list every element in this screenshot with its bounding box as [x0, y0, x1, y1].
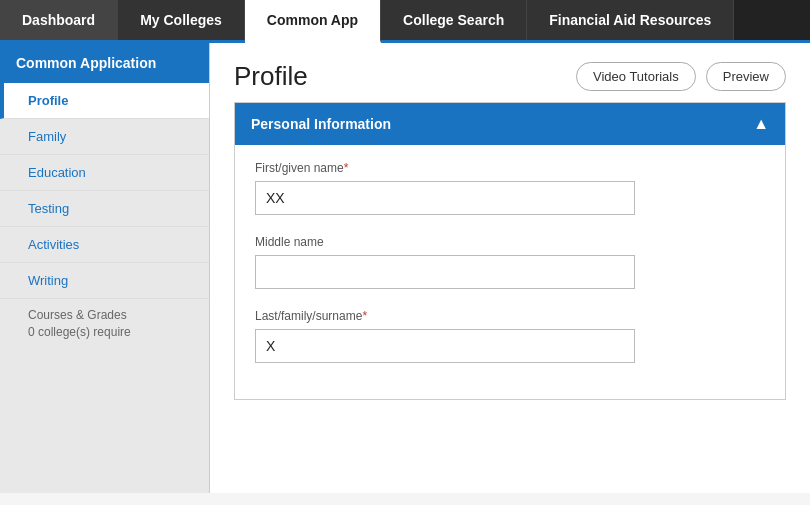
last-name-input[interactable]	[255, 329, 635, 363]
sidebar-item-education[interactable]: Education	[0, 155, 209, 191]
chevron-up-icon: ▲	[753, 115, 769, 133]
sidebar-item-testing[interactable]: Testing	[0, 191, 209, 227]
section-title: Personal Information	[251, 116, 391, 132]
preview-button[interactable]: Preview	[706, 62, 786, 91]
top-nav: Dashboard My Colleges Common App College…	[0, 0, 810, 43]
sidebar-item-activities[interactable]: Activities	[0, 227, 209, 263]
header-buttons: Video Tutorials Preview	[576, 62, 786, 91]
middle-name-input[interactable]	[255, 255, 635, 289]
middle-name-group: Middle name	[255, 235, 765, 289]
courses-label: Courses & Grades	[28, 307, 193, 324]
sidebar: Common Application Profile Family Educat…	[0, 43, 210, 493]
first-name-group: First/given name*	[255, 161, 765, 215]
section-body: First/given name* Middle name Last/famil…	[235, 145, 785, 399]
section-header[interactable]: Personal Information ▲	[235, 103, 785, 145]
courses-sublabel: 0 college(s) require	[28, 324, 193, 341]
content-header: Profile Video Tutorials Preview	[210, 43, 810, 102]
tab-my-colleges[interactable]: My Colleges	[118, 0, 245, 40]
personal-information-section: Personal Information ▲ First/given name*…	[234, 102, 786, 400]
video-tutorials-button[interactable]: Video Tutorials	[576, 62, 696, 91]
first-name-input[interactable]	[255, 181, 635, 215]
tab-common-app[interactable]: Common App	[245, 0, 381, 43]
sidebar-item-family[interactable]: Family	[0, 119, 209, 155]
sidebar-item-writing[interactable]: Writing	[0, 263, 209, 299]
main-layout: Common Application Profile Family Educat…	[0, 43, 810, 493]
middle-name-label: Middle name	[255, 235, 765, 249]
sidebar-item-courses[interactable]: Courses & Grades 0 college(s) require	[0, 299, 209, 349]
tab-dashboard[interactable]: Dashboard	[0, 0, 118, 40]
last-name-group: Last/family/surname*	[255, 309, 765, 363]
first-name-label: First/given name*	[255, 161, 765, 175]
sidebar-header: Common Application	[0, 43, 209, 83]
sidebar-item-profile[interactable]: Profile	[0, 83, 209, 119]
page-title: Profile	[234, 61, 308, 92]
last-name-label: Last/family/surname*	[255, 309, 765, 323]
tab-college-search[interactable]: College Search	[381, 0, 527, 40]
tab-financial-aid[interactable]: Financial Aid Resources	[527, 0, 734, 40]
content-area: Profile Video Tutorials Preview Personal…	[210, 43, 810, 493]
